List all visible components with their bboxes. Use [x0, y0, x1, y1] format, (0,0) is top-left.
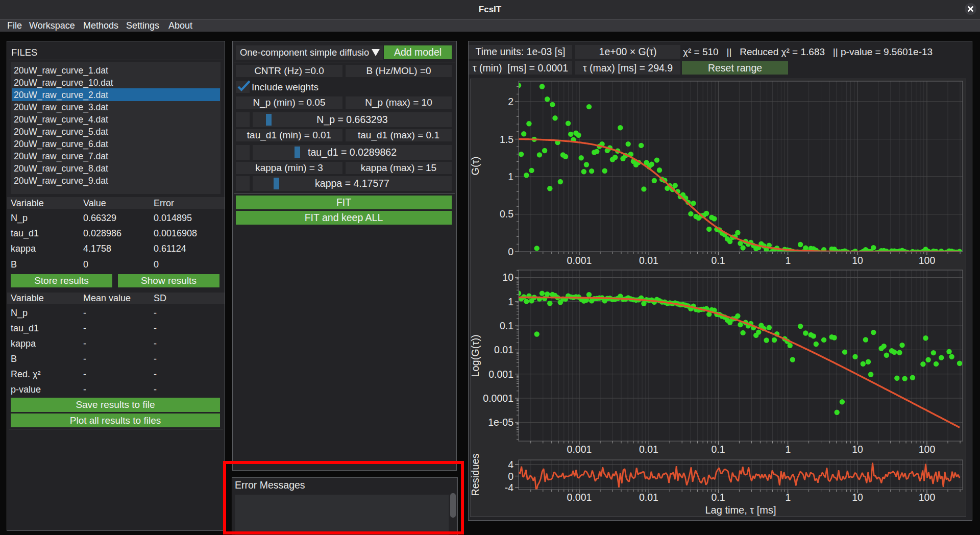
svg-text:10: 10	[852, 255, 863, 266]
svg-text:2: 2	[508, 96, 513, 107]
svg-text:0.001: 0.001	[567, 255, 592, 266]
svg-text:G(τ): G(τ)	[470, 157, 481, 176]
svg-text:1.5: 1.5	[500, 134, 513, 145]
svg-text:100: 100	[919, 255, 936, 266]
svg-text:1: 1	[508, 171, 513, 182]
svg-text:0.1: 0.1	[500, 320, 513, 331]
svg-text:1: 1	[786, 255, 791, 266]
svg-text:100: 100	[919, 444, 936, 455]
svg-text:0.01: 0.01	[639, 255, 658, 266]
svg-text:0.01: 0.01	[494, 344, 513, 355]
svg-text:1e-05: 1e-05	[488, 417, 513, 428]
svg-text:0: 0	[508, 471, 513, 482]
svg-text:10: 10	[502, 272, 513, 283]
svg-text:-4: -4	[505, 482, 513, 493]
svg-text:1: 1	[508, 296, 513, 307]
svg-text:10: 10	[852, 492, 863, 503]
svg-text:1: 1	[786, 492, 791, 503]
svg-text:0.01: 0.01	[639, 444, 658, 455]
svg-text:0.001: 0.001	[488, 369, 513, 380]
svg-text:1: 1	[786, 444, 791, 455]
svg-text:0.1: 0.1	[711, 444, 725, 455]
svg-text:0.0001: 0.0001	[483, 393, 513, 404]
svg-text:0.01: 0.01	[639, 492, 658, 503]
svg-text:Lag time, τ [ms]: Lag time, τ [ms]	[705, 504, 776, 516]
svg-text:0.001: 0.001	[567, 492, 592, 503]
svg-text:Log(G(τ)): Log(G(τ))	[470, 334, 481, 377]
svg-text:Residues: Residues	[470, 453, 481, 496]
svg-text:100: 100	[919, 492, 936, 503]
svg-text:0.1: 0.1	[711, 492, 725, 503]
svg-text:0.001: 0.001	[567, 444, 592, 455]
svg-text:0.5: 0.5	[500, 208, 513, 220]
svg-text:0: 0	[508, 246, 513, 257]
svg-text:0.1: 0.1	[711, 255, 725, 266]
svg-text:10: 10	[852, 444, 863, 455]
svg-text:4: 4	[508, 459, 513, 470]
